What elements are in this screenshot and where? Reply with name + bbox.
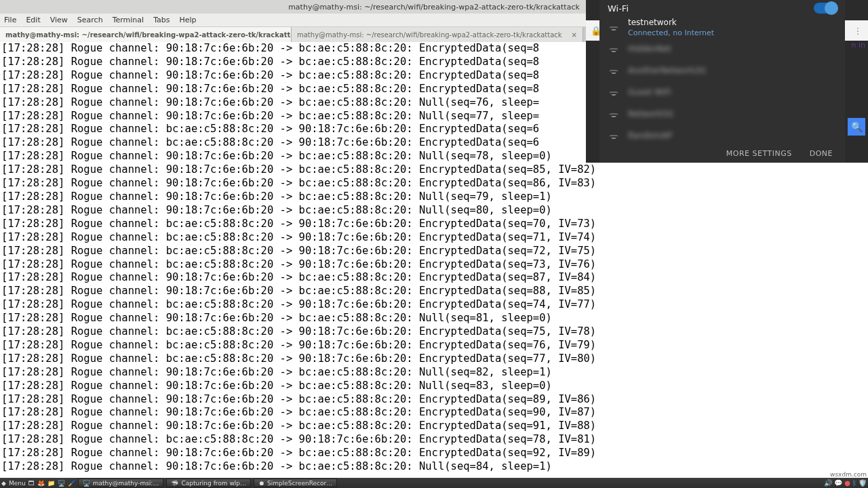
menu-search[interactable]: Search: [77, 16, 103, 24]
wifi-ssid-blurred: Guest WiFi: [628, 87, 671, 97]
start-menu-label[interactable]: Menu: [9, 480, 26, 487]
kebab-menu-icon[interactable]: ⋮: [852, 26, 864, 36]
taskbar-launcher-icon[interactable]: 🖌️: [68, 480, 75, 487]
search-icon: 🔍: [851, 121, 863, 132]
wifi-ssid-blurred: AnotherNetwork2G: [628, 66, 706, 75]
taskbar-launcher-icon[interactable]: 📁: [47, 480, 55, 487]
taskbar-app-wireshark[interactable]: 🦈 Capturing from wlp…: [166, 479, 251, 487]
wifi-toggle[interactable]: [814, 3, 837, 14]
wifi-signal-icon: [608, 109, 620, 119]
wifi-ssid-blurred: HiddenNet: [628, 44, 671, 54]
taskbar-app-recorder[interactable]: ⏺ SimpleScreenRecor…: [254, 479, 337, 487]
wifi-signal-icon: [608, 87, 620, 97]
search-button[interactable]: 🔍: [848, 118, 865, 136]
wifi-ssid-blurred: Network5G: [628, 109, 673, 119]
terminal-tab-1[interactable]: mathy@mathy-msi: ~/research/wifi/breakin…: [0, 27, 292, 42]
menu-terminal[interactable]: Terminal: [113, 16, 144, 24]
terminal-tab-2[interactable]: mathy@mathy-msi: ~/research/wifi/breakin…: [292, 27, 583, 42]
wifi-panel: Wi-Fi testnetwork Connected, no Internet…: [599, 0, 845, 163]
wifi-signal-icon: [608, 66, 620, 75]
wifi-network-item[interactable]: HiddenNet: [599, 38, 845, 60]
watermark: wsxdm.com: [830, 471, 867, 478]
wifi-network-item[interactable]: AnotherNetwork2G: [599, 60, 845, 81]
taskbar: ◆ Menu 🗔 🦊 📁 🖥️ 🖌️ 🖥️ mathy@mathy-msi:… …: [0, 478, 868, 488]
tray-record-icon[interactable]: ●: [844, 479, 850, 487]
menu-edit[interactable]: Edit: [26, 16, 40, 24]
wifi-done-button[interactable]: DONE: [810, 149, 833, 158]
menu-view[interactable]: View: [50, 16, 68, 24]
wifi-signal-icon: [608, 44, 620, 54]
wifi-header: Wi-Fi: [599, 0, 845, 16]
wifi-network-item[interactable]: Guest WiFi: [599, 81, 845, 103]
wifi-title: Wi-Fi: [608, 3, 629, 14]
wifi-status: Connected, no Internet: [628, 28, 714, 37]
taskbar-app-terminal[interactable]: 🖥️ mathy@mathy-msi:…: [78, 479, 164, 487]
wifi-ssid-blurred: RandomAP: [628, 131, 672, 140]
taskbar-launcher-icon[interactable]: 🦊: [37, 480, 45, 487]
system-tray[interactable]: 🔊 💬 ● ᛒ 🛡️: [824, 479, 867, 487]
taskbar-launcher-icon[interactable]: 🖥️: [58, 480, 65, 487]
wifi-network-connected[interactable]: testnetwork Connected, no Internet: [599, 16, 845, 38]
menu-help[interactable]: Help: [180, 16, 197, 24]
wifi-signal-icon: [608, 22, 620, 32]
menu-file[interactable]: File: [4, 16, 16, 24]
tray-chat-icon[interactable]: 💬: [834, 479, 842, 487]
wifi-more-settings[interactable]: MORE SETTINGS: [726, 149, 792, 158]
wifi-network-item[interactable]: Network5G: [599, 103, 845, 125]
tray-volume-icon[interactable]: 🔊: [824, 479, 832, 487]
terminal-tab-label: mathy@mathy-msi: ~/research/wifi/breakin…: [5, 31, 292, 39]
start-menu-icon[interactable]: ◆: [1, 480, 6, 487]
menu-tabs[interactable]: Tabs: [153, 16, 170, 24]
close-icon[interactable]: ×: [572, 31, 577, 39]
sign-in-link[interactable]: n in: [852, 41, 866, 49]
wifi-ssid: testnetwork: [628, 18, 714, 27]
taskbar-launcher-icon[interactable]: 🗔: [28, 480, 35, 487]
wifi-signal-icon: [608, 131, 620, 140]
tray-bluetooth-icon[interactable]: ᛒ: [852, 479, 856, 487]
terminal-tab-label: mathy@mathy-msi: ~/research/wifi/breakin…: [297, 31, 562, 39]
tray-shield-icon[interactable]: 🛡️: [859, 479, 867, 487]
